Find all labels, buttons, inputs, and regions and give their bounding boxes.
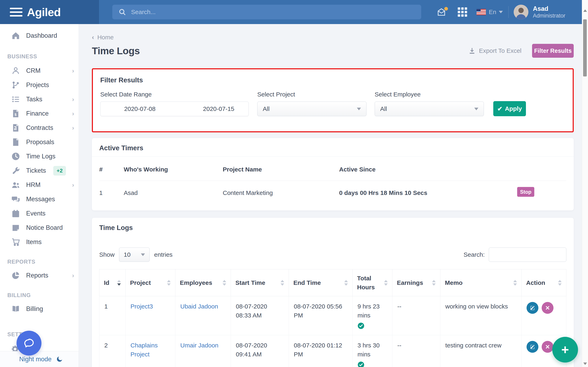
edit-button[interactable] (527, 341, 538, 353)
page-scrollbar[interactable] (582, 0, 588, 367)
log-earnings: -- (392, 335, 440, 367)
project-select-label: Select Project (257, 91, 375, 98)
sidebar-item-crm[interactable]: CRM › (0, 64, 79, 78)
sidebar-item-reports[interactable]: Reports › (0, 268, 79, 283)
employee-link[interactable]: Ubaid Jadoon (180, 303, 218, 310)
plus-icon: + (561, 342, 569, 357)
language-selector[interactable]: En (476, 0, 503, 24)
x-icon: ✕ (545, 343, 550, 350)
us-flag-icon (476, 9, 486, 15)
list-icon (11, 95, 21, 104)
sidebar-item-items[interactable]: Items (0, 235, 79, 249)
sidebar-item-notice-board[interactable]: Notice Board (0, 221, 79, 235)
sidebar-item-projects[interactable]: Projects (0, 78, 79, 92)
branch-icon (11, 81, 21, 90)
check-circle-icon (357, 361, 364, 367)
sidebar-section-business: BUSINESS (0, 49, 79, 64)
sort-icon (432, 280, 436, 286)
show-label: Show (99, 251, 114, 258)
date-to-input[interactable] (179, 102, 258, 116)
grid-icon (458, 7, 467, 17)
delete-button[interactable]: ✕ (542, 302, 553, 314)
date-from-input[interactable] (100, 102, 179, 116)
filter-results-button[interactable]: Filter Results (532, 44, 574, 58)
caret-down-icon (474, 108, 478, 110)
col-header-memo[interactable]: Memo (440, 269, 522, 296)
chevron-right-icon: › (72, 182, 74, 188)
col-header-total-hours[interactable]: Total Hours (353, 269, 392, 296)
col-header-action[interactable]: Action (522, 269, 566, 296)
sidebar-item-hrm[interactable]: HRM › (0, 178, 79, 192)
file-icon (11, 138, 21, 147)
scrollbar-thumb[interactable] (583, 19, 587, 76)
time-logs-panel: Time Logs Show 10 entries Search: (92, 218, 574, 367)
add-time-log-fab[interactable]: + (552, 337, 578, 363)
sidebar: Dashboard BUSINESS CRM › Projects Tasks … (0, 24, 79, 367)
tickets-count-badge: +2 (53, 166, 66, 175)
sort-icon (344, 280, 348, 286)
col-header-earnings[interactable]: Earnings (392, 269, 440, 296)
sidebar-item-billing[interactable]: Billing (0, 302, 79, 316)
col-header-project[interactable]: Project (126, 269, 175, 296)
user-role: Administrator (533, 12, 565, 19)
table-row: 1 Project3 Ubaid Jadoon 08-07-2020 08:33… (99, 296, 566, 335)
col-header-end-time[interactable]: End Time (289, 269, 353, 296)
project-select[interactable]: All (257, 101, 366, 116)
top-navbar: Agiled En Asad Administrator (0, 0, 582, 24)
check-circle-icon (357, 322, 364, 329)
table-search-input[interactable] (489, 248, 566, 262)
brand-area: Agiled (0, 0, 99, 24)
time-logs-title: Time Logs (92, 218, 574, 236)
project-link[interactable]: Project3 (130, 303, 153, 310)
active-timers-title: Active Timers (92, 138, 574, 157)
chevron-right-icon: › (72, 272, 74, 279)
apps-grid-button[interactable] (458, 0, 467, 24)
scroll-up-arrow[interactable] (583, 9, 587, 12)
chat-bubble-icon (23, 337, 35, 350)
sidebar-item-tasks[interactable]: Tasks › (0, 92, 79, 106)
scroll-down-arrow[interactable] (583, 363, 587, 365)
sidebar-item-contracts[interactable]: Contracts › (0, 121, 79, 135)
breadcrumb[interactable]: ‹ Home (92, 33, 125, 41)
search-icon (118, 8, 126, 16)
app-root: Agiled En Asad Administrator (0, 0, 588, 367)
user-menu[interactable]: Asad Administrator (514, 0, 565, 24)
date-range-picker (100, 101, 249, 116)
mail-button[interactable] (437, 0, 446, 24)
date-range-label: Select Date Range (100, 91, 257, 98)
sidebar-item-messages[interactable]: Messages (0, 192, 79, 206)
chevron-right-icon: › (72, 67, 74, 74)
col-header-id[interactable]: Id (99, 269, 126, 296)
col-header-employees[interactable]: Employees (175, 269, 231, 296)
col-header-start-time[interactable]: Start Time (231, 269, 289, 296)
app-logo[interactable]: Agiled (27, 6, 61, 19)
page-size-select[interactable]: 10 (119, 248, 150, 262)
breadcrumb-home[interactable]: Home (97, 34, 114, 41)
delete-button[interactable]: ✕ (542, 341, 553, 353)
night-mode-toggle[interactable]: Night mode (0, 351, 79, 367)
stop-timer-button[interactable]: Stop (517, 187, 534, 197)
sort-icon (117, 280, 121, 286)
export-to-excel-button[interactable]: Export To Excel (468, 47, 521, 54)
sidebar-item-dashboard[interactable]: Dashboard (0, 29, 79, 43)
employee-select[interactable]: All (375, 101, 484, 116)
search-input[interactable] (131, 8, 421, 16)
sidebar-item-proposals[interactable]: Proposals (0, 135, 79, 149)
employee-link[interactable]: Umair Jadoon (180, 342, 218, 349)
notification-dot (444, 7, 448, 11)
apply-filter-button[interactable]: ✔ Apply (493, 101, 526, 116)
edit-button[interactable] (527, 302, 538, 314)
avatar (514, 5, 528, 19)
entries-label: entries (154, 251, 173, 258)
sidebar-item-tickets[interactable]: Tickets +2 (0, 164, 79, 178)
active-timers-panel: Active Timers # Who's Working Project Na… (92, 138, 574, 210)
sidebar-item-time-logs[interactable]: Time Logs (0, 149, 79, 164)
hamburger-menu-icon[interactable] (10, 6, 23, 19)
log-start: 08-07-2020 09:41 AM (231, 335, 289, 367)
sidebar-item-finance[interactable]: $ Finance › (0, 106, 79, 121)
language-label: En (489, 8, 496, 16)
wrench-icon (11, 166, 21, 175)
project-link[interactable]: Chaplains Project (130, 342, 158, 358)
chat-widget-button[interactable] (17, 331, 42, 356)
sidebar-item-events[interactable]: Events (0, 206, 79, 221)
